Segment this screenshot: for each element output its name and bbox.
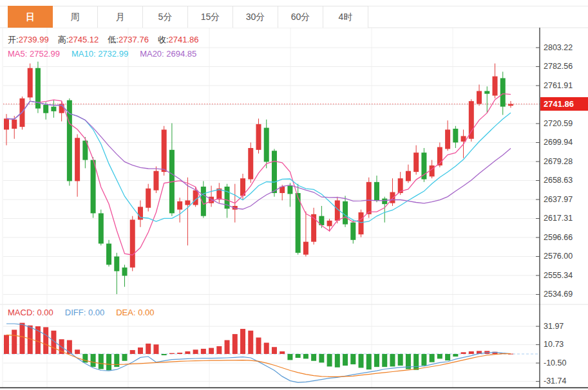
macd-axis-label: -31.74	[544, 376, 566, 385]
price-axis-label: 2782.56	[544, 62, 573, 71]
tab-month[interactable]: 月	[98, 6, 143, 28]
ohlc-label: 低:	[108, 35, 119, 44]
macd-legend-item: DEA: 0.00	[116, 308, 154, 317]
price-axis-label: 2596.66	[544, 233, 573, 242]
tab-week[interactable]: 周	[53, 6, 98, 28]
ohlc-legend: 开:2739.99高:2745.12低:2737.76收:2741.86	[8, 34, 208, 46]
price-axis-label: 2555.34	[544, 271, 573, 280]
tab-5min[interactable]: 5分	[143, 6, 188, 28]
ma-legend-item: MA20: 2694.85	[140, 49, 196, 59]
price-axis-label: 2637.97	[544, 195, 573, 204]
price-axis-label: 2699.94	[544, 138, 573, 147]
ohlc-label: 收:	[158, 35, 169, 44]
macd-axis-label: -10.50	[544, 358, 566, 367]
price-axis-label: 2617.31	[544, 214, 573, 223]
tab-30min[interactable]: 30分	[233, 6, 278, 28]
ma-legend: MA5: 2752.99MA10: 2732.99MA20: 2694.85	[8, 49, 208, 59]
price-axis-label: 2576.00	[544, 252, 573, 261]
current-price-badge: 2741.86	[540, 97, 588, 111]
macd-axis-label: 10.73	[544, 340, 564, 349]
price-axis-label: 2720.59	[544, 119, 573, 128]
price-axis-label: 2803.22	[544, 43, 573, 52]
tab-60min[interactable]: 60分	[278, 6, 323, 28]
price-axis-label: 2658.63	[544, 176, 573, 185]
kline-chart-app: 日周月5分15分30分60分4时 开:2739.99高:2745.12低:273…	[0, 0, 588, 390]
ohlc-value: 2741.86	[169, 35, 199, 44]
ma-legend-item: MA5: 2752.99	[8, 49, 60, 59]
ohlc-label: 开:	[8, 35, 19, 44]
tab-15min[interactable]: 15分	[188, 6, 233, 28]
macd-axis-label: 31.97	[544, 322, 564, 331]
price-axis-label: 2679.28	[544, 157, 573, 166]
ohlc-value: 2737.76	[119, 35, 149, 44]
price-axis-label: 2534.69	[544, 290, 573, 299]
ma-legend-item: MA10: 2732.99	[71, 49, 128, 59]
macd-legend-item: DIFF: 0.00	[65, 308, 104, 317]
macd-legend-item: MACD: 0.00	[8, 308, 53, 317]
ohlc-value: 2739.99	[19, 35, 49, 44]
ohlc-label: 高:	[58, 35, 69, 44]
macd-legend: MACD: 0.00DIFF: 0.00DEA: 0.00	[8, 308, 166, 317]
price-axis-label: 2761.91	[544, 81, 573, 90]
timeframe-tab-bar: 日周月5分15分30分60分4时	[8, 6, 368, 28]
ohlc-value: 2745.12	[68, 35, 99, 44]
tab-day[interactable]: 日	[8, 6, 53, 28]
tab-4hour[interactable]: 4时	[323, 6, 368, 28]
